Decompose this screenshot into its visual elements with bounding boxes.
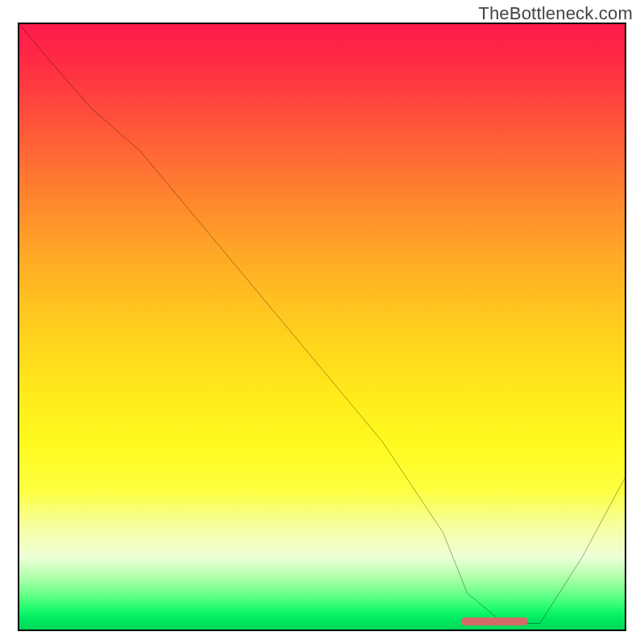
- chart-frame: [18, 23, 626, 631]
- curve-path: [19, 24, 625, 623]
- watermark-text: TheBottleneck.com: [478, 3, 633, 24]
- bottleneck-curve: [19, 24, 625, 630]
- optimal-range-marker: [461, 617, 528, 625]
